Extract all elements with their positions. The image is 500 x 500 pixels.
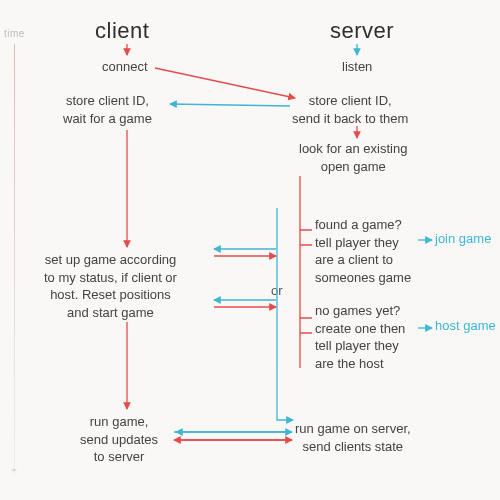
label-host-game: host game <box>435 318 496 335</box>
node-server-look: look for an existing open game <box>299 140 407 175</box>
node-server-listen: listen <box>342 58 372 76</box>
node-server-store: store client ID, send it back to them <box>292 92 408 127</box>
node-server-none: no games yet? create one then tell playe… <box>315 302 405 372</box>
node-client-setup: set up game according to my status, if c… <box>44 251 177 321</box>
label-join-game: join game <box>435 231 491 248</box>
time-axis-arrow <box>14 44 15 474</box>
time-axis-label: time <box>4 28 25 39</box>
diagram-arrows <box>0 0 500 500</box>
node-client-connect: connect <box>102 58 148 76</box>
node-server-found: found a game? tell player they are a cli… <box>315 216 411 286</box>
node-server-run: run game on server, send clients state <box>295 420 411 455</box>
column-header-client: client <box>95 18 149 44</box>
node-client-run: run game, send updates to server <box>80 413 158 466</box>
node-client-store: store client ID, wait for a game <box>63 92 152 127</box>
branch-or-label: or <box>269 283 285 298</box>
column-header-server: server <box>330 18 394 44</box>
